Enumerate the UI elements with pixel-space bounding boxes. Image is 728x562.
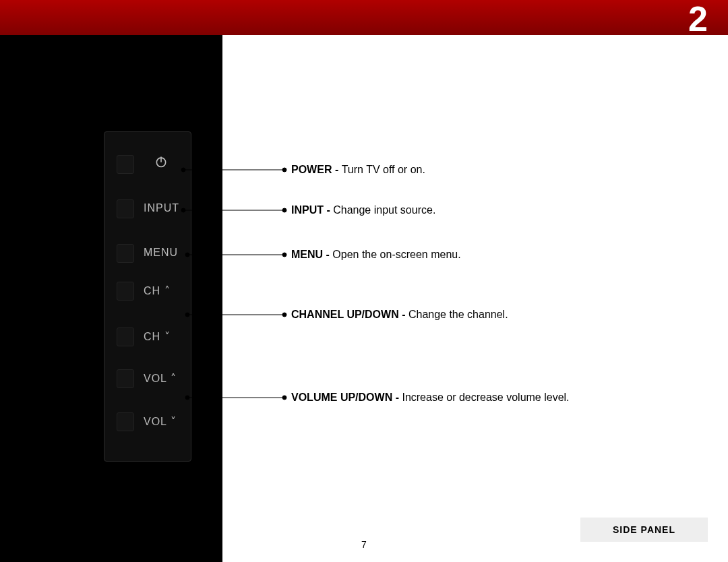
volume-up-button[interactable] (117, 369, 134, 388)
callout-channel-desc: Change the channel. (408, 309, 508, 320)
manual-page: 2 INPUT MENU CH ˄ CH ˅ VOL ˄ (0, 0, 728, 562)
header-bar: 2 (0, 0, 728, 35)
button-row-vol-up: VOL ˄ (104, 365, 192, 392)
callout-menu-desc: Open the on-screen menu. (332, 249, 460, 260)
callout-power: POWER - Turn TV off or on. (291, 164, 425, 176)
callout-menu-bold: MENU - (291, 249, 332, 260)
menu-button[interactable] (117, 244, 134, 263)
svg-point-7 (282, 208, 286, 212)
callout-volume-desc: Increase or decrease volume level. (402, 392, 569, 403)
button-row-power (104, 151, 192, 178)
callout-input-bold: INPUT - (291, 204, 333, 216)
ch-down-label: CH ˅ (144, 330, 171, 343)
side-button-panel: INPUT MENU CH ˄ CH ˅ VOL ˄ VOL ˅ (104, 131, 191, 462)
button-row-ch-down: CH ˅ (104, 323, 192, 350)
ch-up-label: CH ˄ (144, 284, 171, 297)
power-icon (154, 155, 168, 168)
input-label: INPUT (144, 202, 179, 214)
button-row-ch-up: CH ˄ (104, 278, 192, 305)
page-number: 7 (0, 539, 728, 550)
callout-volume: VOLUME UP/DOWN - Increase or decrease vo… (291, 392, 570, 404)
callout-menu: MENU - Open the on-screen menu. (291, 249, 461, 261)
svg-point-13 (282, 313, 286, 317)
vol-up-label: VOL ˄ (144, 372, 177, 385)
callout-input: INPUT - Change input source. (291, 204, 435, 216)
menu-label: MENU (144, 247, 178, 259)
callout-channel-bold: CHANNEL UP/DOWN - (291, 309, 408, 320)
power-button[interactable] (117, 155, 134, 174)
chapter-number: 2 (688, 0, 708, 39)
callout-power-desc: Turn TV off or on. (342, 164, 425, 175)
callout-input-desc: Change input source. (333, 204, 435, 216)
svg-point-10 (282, 253, 286, 257)
callout-power-bold: POWER - (291, 164, 342, 175)
channel-down-button[interactable] (117, 327, 134, 346)
button-row-menu: MENU (104, 240, 192, 267)
callout-volume-bold: VOLUME UP/DOWN - (291, 392, 402, 403)
button-row-vol-down: VOL ˅ (104, 408, 192, 435)
channel-up-button[interactable] (117, 282, 134, 301)
button-row-input: INPUT (104, 195, 192, 222)
svg-point-16 (282, 396, 286, 400)
volume-down-button[interactable] (117, 412, 134, 431)
callout-channel: CHANNEL UP/DOWN - Change the channel. (291, 309, 508, 321)
vol-down-label: VOL ˅ (144, 415, 177, 428)
input-button[interactable] (117, 199, 134, 218)
footer-label: SIDE PANEL (580, 518, 708, 542)
svg-point-4 (282, 168, 286, 172)
